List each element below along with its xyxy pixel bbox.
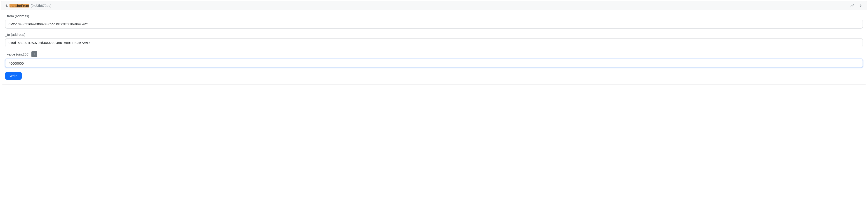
header-actions [850,3,863,7]
value-label: _value (uint256) [5,52,30,56]
link-icon[interactable] [850,3,854,7]
to-field-group: _to (address) [5,33,863,47]
panel-body: _from (address) _to (address) _value (ui… [1,10,867,84]
function-hash: (0x23b872dd) [31,4,52,7]
value-input[interactable] [5,59,863,68]
from-label: _from (address) [5,14,29,18]
panel-header[interactable]: 4. transferFrom (0x23b872dd) [1,1,867,10]
add-value-button[interactable]: + [31,51,37,57]
to-label: _to (address) [5,33,25,36]
to-input[interactable] [5,38,863,47]
write-button[interactable]: Write [5,72,22,80]
function-panel: 4. transferFrom (0x23b872dd) _from (a [1,1,867,84]
function-name: transferFrom [9,4,29,7]
header-title-group: 4. transferFrom (0x23b872dd) [5,4,52,7]
function-index: 4. [5,4,8,7]
from-input[interactable] [5,20,863,29]
value-field-group: _value (uint256) + [5,51,863,68]
collapse-arrow-icon[interactable] [859,3,863,7]
from-field-group: _from (address) [5,14,863,29]
